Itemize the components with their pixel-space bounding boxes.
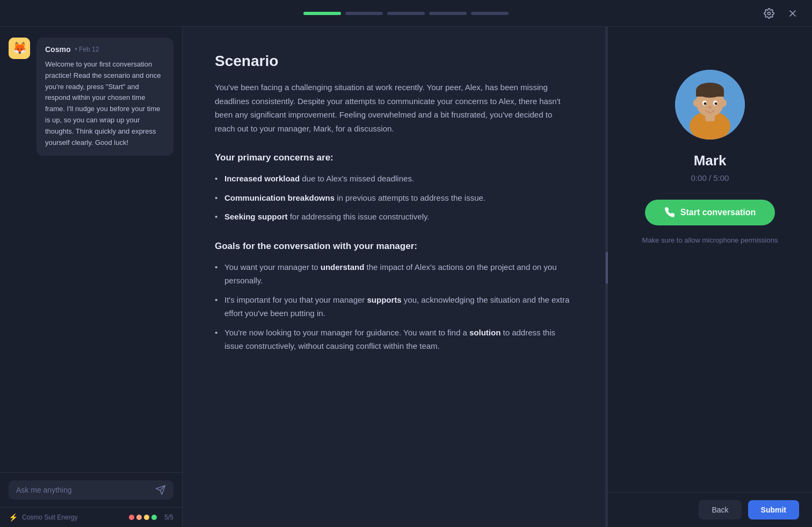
- goals-list: You want your manager to understand the …: [215, 260, 573, 353]
- center-content: Scenario You've been facing a challengin…: [183, 27, 606, 527]
- status-bar: ⚡ Cosmo Suit Energy 5/5: [0, 507, 182, 527]
- goal-item-3: You're now looking to your manager for g…: [215, 326, 573, 353]
- concern-item-1: Increased workload due to Alex's missed …: [215, 172, 573, 186]
- left-sidebar: 🦊 Cosmo • Feb 12 Welcome to your first c…: [0, 27, 183, 527]
- chat-input-area: [0, 472, 182, 507]
- start-conversation-button[interactable]: Start conversation: [645, 200, 775, 225]
- manager-avatar: [675, 70, 745, 140]
- send-icon: [155, 485, 166, 495]
- top-bar: [0, 0, 812, 27]
- svg-point-16: [715, 103, 717, 105]
- scenario-description: You've been facing a challenging situati…: [215, 80, 573, 135]
- ask-me-anything-input[interactable]: [16, 486, 150, 494]
- message-date: • Feb 12: [75, 46, 99, 53]
- progress-steps: [303, 12, 509, 15]
- svg-text:🦊: 🦊: [12, 41, 27, 55]
- message-text: Welcome to your first conversation pract…: [45, 59, 165, 148]
- primary-concerns-heading: Your primary concerns are:: [215, 152, 573, 163]
- goal-3-bold: solution: [469, 328, 501, 337]
- timer-display: 0:00 / 5:00: [691, 173, 729, 182]
- goals-heading: Goals for the conversation with your man…: [215, 241, 573, 252]
- dot-1: [129, 515, 134, 520]
- svg-point-19: [721, 99, 727, 107]
- start-conversation-label: Start conversation: [680, 208, 756, 217]
- progress-step-5: [471, 12, 509, 15]
- phone-icon: [664, 207, 675, 218]
- chat-area: 🦊 Cosmo • Feb 12 Welcome to your first c…: [0, 27, 182, 472]
- close-button[interactable]: [784, 5, 801, 22]
- lightning-icon: ⚡: [9, 513, 18, 522]
- right-panel: Mark 0:00 / 5:00 Start conversation Make…: [608, 27, 812, 527]
- cosmo-avatar-image: 🦊: [9, 38, 30, 59]
- back-button[interactable]: Back: [699, 500, 741, 519]
- goal-item-1: You want your manager to understand the …: [215, 260, 573, 288]
- goal-item-2: It's important for you that your manager…: [215, 293, 573, 320]
- svg-rect-12: [696, 90, 724, 97]
- score-text: 5/5: [164, 514, 173, 521]
- settings-button[interactable]: [760, 5, 778, 22]
- dot-3: [144, 515, 149, 520]
- send-button[interactable]: [155, 485, 166, 495]
- progress-step-1: [303, 12, 341, 15]
- svg-point-0: [768, 12, 771, 14]
- concern-item-2: Communication breakdowns in previous att…: [215, 191, 573, 205]
- dot-2: [136, 515, 142, 520]
- concern-2-bold: Communication breakdowns: [224, 193, 335, 202]
- top-bar-icons: [760, 5, 801, 22]
- energy-dots: [129, 515, 157, 520]
- concern-3-bold: Seeking support: [224, 212, 288, 221]
- manager-avatar-image: [675, 70, 745, 140]
- goal-1-bold: understand: [321, 262, 365, 272]
- chat-message: 🦊 Cosmo • Feb 12 Welcome to your first c…: [9, 38, 173, 156]
- scenario-title: Scenario: [215, 53, 573, 70]
- main-layout: 🦊 Cosmo • Feb 12 Welcome to your first c…: [0, 27, 812, 527]
- concerns-list: Increased workload due to Alex's missed …: [215, 172, 573, 224]
- manager-name: Mark: [694, 152, 727, 169]
- concern-item-3: Seeking support for addressing this issu…: [215, 210, 573, 224]
- message-bubble: Cosmo • Feb 12 Welcome to your first con…: [37, 38, 173, 156]
- progress-step-2: [345, 12, 383, 15]
- mic-note: Make sure to allow microphone permission…: [642, 236, 778, 244]
- svg-point-17: [708, 106, 712, 108]
- scroll-thumb[interactable]: [606, 252, 608, 284]
- concern-1-bold: Increased workload: [224, 174, 300, 183]
- message-header: Cosmo • Feb 12: [45, 45, 165, 54]
- message-sender: Cosmo: [45, 45, 70, 54]
- svg-point-18: [693, 99, 699, 107]
- bottom-bar: Back Submit: [608, 492, 812, 527]
- chat-input-wrapper: [9, 480, 173, 500]
- progress-step-4: [429, 12, 467, 15]
- close-icon: [787, 8, 798, 19]
- svg-point-15: [704, 103, 707, 105]
- goal-2-bold: supports: [367, 295, 402, 304]
- submit-button[interactable]: Submit: [748, 500, 799, 519]
- dot-4: [151, 515, 157, 520]
- gear-icon: [764, 8, 774, 19]
- progress-step-3: [387, 12, 425, 15]
- energy-label: Cosmo Suit Energy: [22, 514, 77, 521]
- avatar: 🦊: [9, 38, 30, 59]
- scroll-divider: [606, 27, 608, 527]
